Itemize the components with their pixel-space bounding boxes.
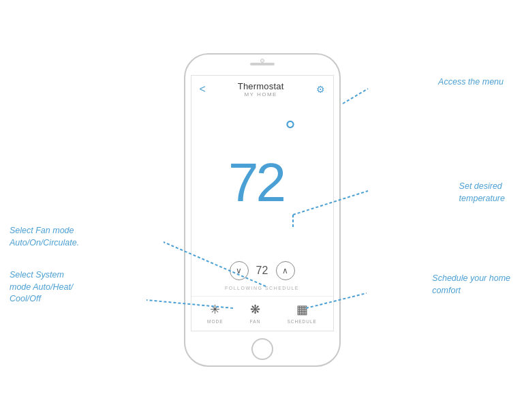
mode-icon: ✳	[210, 302, 220, 317]
tab-mode[interactable]: ✳ MODE	[207, 302, 224, 324]
back-button[interactable]: <	[200, 83, 206, 95]
schedule-label: FOLLOWING SCHEDULE	[191, 286, 333, 296]
temp-decrease-button[interactable]: ∨	[230, 261, 249, 280]
bottom-tabs: ✳ MODE ❋ FAN ▦ SCHEDULE	[191, 296, 333, 331]
annotation-menu: Access the menu	[438, 76, 504, 89]
chevron-up-icon: ∧	[282, 266, 288, 275]
temperature-set-value: 72	[254, 265, 271, 277]
phone-home-button[interactable]	[251, 338, 273, 360]
temperature-display: 72 °	[191, 100, 333, 258]
settings-icon[interactable]: ⚙	[316, 84, 325, 95]
annotation-system: Select Systemmode Auto/Heat/Cool/Off	[10, 269, 73, 305]
annotation-temp: Set desiredtemperature	[459, 181, 505, 205]
header-center: Thermostat MY HOME	[238, 81, 284, 97]
temperature-value: 72	[228, 155, 283, 210]
temp-increase-button[interactable]: ∧	[276, 261, 295, 280]
temperature-degree: °	[285, 115, 296, 146]
fan-label: FAN	[250, 319, 261, 324]
phone-speaker	[250, 63, 275, 65]
chevron-down-icon: ∨	[236, 266, 242, 275]
app-screen: < Thermostat MY HOME ⚙ 72 ° ∨ 72 ∧ FOLLO…	[191, 75, 334, 331]
annotation-schedule: Schedule your homecomfort	[432, 273, 510, 297]
schedule-label-tab: SCHEDULE	[288, 319, 317, 324]
fan-icon: ❋	[250, 302, 260, 317]
mode-label: MODE	[207, 319, 224, 324]
app-header: < Thermostat MY HOME ⚙	[191, 76, 333, 100]
header-subtitle: MY HOME	[238, 91, 284, 97]
tab-fan[interactable]: ❋ FAN	[250, 302, 261, 324]
annotation-fan: Select Fan modeAuto/On/Circulate.	[10, 225, 79, 249]
schedule-icon: ▦	[296, 302, 308, 317]
header-title: Thermostat	[238, 81, 284, 91]
phone-device: < Thermostat MY HOME ⚙ 72 ° ∨ 72 ∧ FOLLO…	[184, 53, 341, 367]
temperature-controls: ∨ 72 ∧	[191, 258, 333, 286]
tab-schedule[interactable]: ▦ SCHEDULE	[288, 302, 317, 324]
svg-line-0	[343, 89, 368, 104]
